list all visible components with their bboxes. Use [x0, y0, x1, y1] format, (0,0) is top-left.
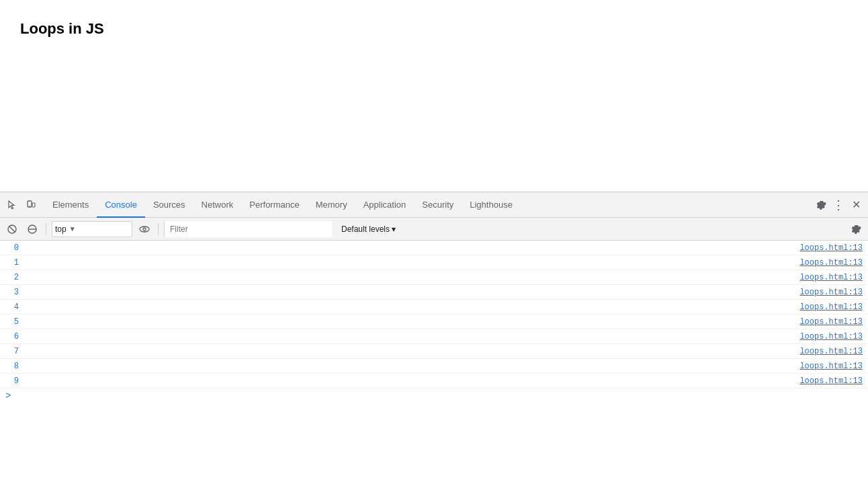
console-number-4: 4 [5, 302, 19, 312]
console-source-0[interactable]: loops.html:13 [799, 243, 863, 253]
tab-performance[interactable]: Performance [241, 193, 307, 218]
tab-memory[interactable]: Memory [308, 193, 355, 218]
toolbar-divider [46, 223, 46, 235]
tab-elements[interactable]: Elements [44, 193, 97, 218]
console-number-2: 2 [5, 273, 19, 282]
clear-icon [7, 224, 17, 235]
tab-security[interactable]: Security [414, 193, 462, 218]
eye-button[interactable] [136, 221, 153, 237]
inspect-element-button[interactable] [4, 197, 20, 213]
console-row: 3 loops.html:13 [0, 285, 868, 300]
eye-icon [139, 224, 150, 235]
console-source-2[interactable]: loops.html:13 [799, 273, 863, 282]
console-source-6[interactable]: loops.html:13 [799, 332, 863, 341]
console-row: 5 loops.html:13 [0, 315, 868, 329]
console-output: 0 loops.html:13 1 loops.html:13 2 loops.… [0, 241, 868, 494]
console-number-5: 5 [5, 317, 19, 327]
console-number-3: 3 [5, 288, 19, 297]
tab-application[interactable]: Application [355, 193, 415, 218]
device-toggle-button[interactable] [23, 197, 39, 213]
console-settings-button[interactable] [848, 221, 864, 237]
dropdown-arrow-icon: ▼ [69, 225, 76, 233]
console-number-0: 0 [5, 243, 19, 253]
devtools-icons-left [4, 197, 39, 213]
more-options-button[interactable]: ⋮ [830, 197, 847, 213]
console-row: 1 loops.html:13 [0, 255, 868, 270]
console-number-7: 7 [5, 347, 19, 356]
console-number-8: 8 [5, 362, 19, 371]
tab-console[interactable]: Console [97, 193, 145, 218]
devtools-panel: Elements Console Sources Network Perform… [0, 192, 868, 494]
console-number-9: 9 [5, 376, 19, 386]
context-selector[interactable]: top ▼ [52, 221, 132, 237]
tab-lighthouse[interactable]: Lighthouse [462, 193, 521, 218]
page-title: Loops in JS [20, 20, 848, 38]
devtools-tabs-bar: Elements Console Sources Network Perform… [0, 192, 868, 218]
console-prompt-row[interactable]: > [0, 388, 868, 403]
block-console-button[interactable] [24, 221, 40, 237]
cursor-icon [7, 200, 17, 210]
console-number-6: 6 [5, 332, 19, 341]
console-row: 7 loops.html:13 [0, 344, 868, 359]
console-prompt-arrow: > [5, 390, 11, 401]
console-source-5[interactable]: loops.html:13 [799, 317, 863, 327]
console-gear-icon [851, 224, 861, 235]
gear-icon [816, 200, 826, 210]
devtools-icons-right: ⋮ ✕ [813, 197, 864, 213]
console-row: 4 loops.html:13 [0, 300, 868, 315]
console-row: 0 loops.html:13 [0, 241, 868, 255]
default-levels-button[interactable]: Default levels ▾ [336, 221, 401, 237]
tab-sources[interactable]: Sources [145, 193, 193, 218]
context-value: top [55, 224, 67, 234]
svg-point-8 [143, 228, 146, 231]
svg-line-4 [9, 226, 15, 232]
console-row: 6 loops.html:13 [0, 329, 868, 344]
close-devtools-button[interactable]: ✕ [848, 197, 864, 213]
console-filter-input[interactable] [164, 221, 332, 237]
console-source-9[interactable]: loops.html:13 [799, 376, 863, 386]
console-toolbar: top ▼ Default levels ▾ [0, 218, 868, 241]
console-source-1[interactable]: loops.html:13 [799, 258, 863, 267]
console-source-8[interactable]: loops.html:13 [799, 362, 863, 371]
tab-network[interactable]: Network [193, 193, 242, 218]
console-row: 2 loops.html:13 [0, 270, 868, 285]
svg-point-7 [140, 227, 149, 232]
block-icon [27, 224, 38, 235]
console-source-7[interactable]: loops.html:13 [799, 347, 863, 356]
console-source-4[interactable]: loops.html:13 [799, 302, 863, 312]
console-row: 9 loops.html:13 [0, 374, 868, 388]
clear-console-button[interactable] [4, 221, 20, 237]
console-row: 8 loops.html:13 [0, 359, 868, 374]
devtools-tabs: Elements Console Sources Network Perform… [44, 192, 813, 217]
console-source-3[interactable]: loops.html:13 [799, 288, 863, 297]
settings-button[interactable] [813, 197, 829, 213]
toolbar-divider-2 [158, 223, 159, 235]
svg-rect-1 [32, 203, 35, 207]
console-number-1: 1 [5, 258, 19, 267]
device-icon [26, 200, 36, 210]
